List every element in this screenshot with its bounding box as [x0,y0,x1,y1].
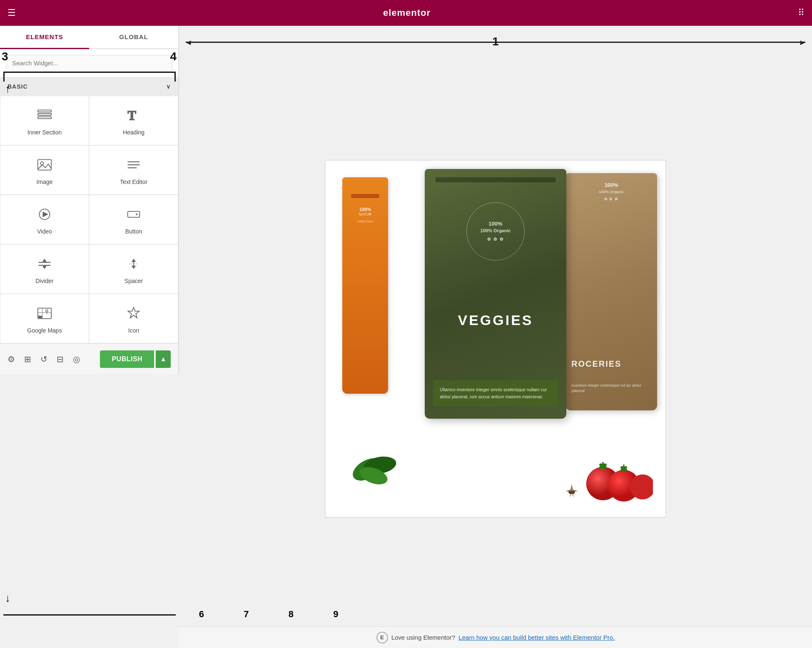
widget-google-maps[interactable]: 8 ⊕ Google Maps [0,294,89,343]
sidebar-wrapper: ELEMENTS GLOBAL BASIC ∨ [0,26,179,648]
widget-spacer[interactable]: Spacer [89,244,178,294]
spacer-icon [126,256,141,273]
svg-point-24 [46,310,48,312]
svg-marker-19 [132,266,135,268]
widget-inner-section[interactable]: Inner Section [0,96,89,145]
right-badge-organic: 100% Organic [571,189,651,194]
widget-heading-label: Heading [123,129,144,136]
tabs: ELEMENTS GLOBAL [0,26,178,49]
svg-rect-1 [38,114,51,116]
google-maps-icon: 8 ⊕ [37,306,52,323]
eye-icon[interactable]: ◎ [73,354,80,364]
search-area [0,49,178,77]
svg-rect-0 [38,110,51,112]
notification-text: Love using Elementor? [391,634,455,641]
widget-icon[interactable]: Icon [89,294,178,343]
svg-marker-28 [128,308,139,318]
publish-area: PUBLISH ▲ [100,350,171,368]
main-area: ELEMENTS GLOBAL BASIC ∨ [0,26,812,648]
widget-inner-section-label: Inner Section [27,129,62,136]
publish-button[interactable]: PUBLISH [100,350,154,368]
svg-marker-10 [43,212,47,217]
bracket-bottom [3,614,176,616]
widget-heading[interactable]: T Heading [89,96,178,145]
widget-button[interactable]: Button [89,195,178,244]
widget-icon-label: Icon [128,327,139,334]
bottom-toolbar: ⚙ ⊞ ↺ ⊟ ◎ PUBLISH ▲ [0,343,178,374]
badge-organic: 100% Organic [481,228,511,233]
svg-marker-16 [43,266,46,268]
product-scene: 100% NATUR orang Juuco 100% [325,160,666,518]
widget-spacer-label: Spacer [125,278,143,284]
canvas-content: 100% NATUR orang Juuco 100% [179,26,812,626]
widget-text-editor[interactable]: Text Editor [89,145,178,195]
app-title: elementor [383,7,431,18]
product-description: Ullamco inventore integer omnis sceleris… [433,380,558,406]
widget-image-label: Image [37,179,53,185]
settings-icon[interactable]: ⚙ [7,354,15,364]
svg-point-5 [40,162,43,165]
widget-image[interactable]: Image [0,145,89,195]
widgets-grid: Inner Section T Heading [0,96,178,343]
bag-right: 100% 100% Organic ✿ ✿ ✿ ROCERIES invento… [565,173,657,410]
right-bag-description: inventore integer scelerisque nul lac ab… [571,383,651,393]
section-label: BASIC [7,83,28,90]
right-badge-percent: 100% [571,181,651,189]
text-editor-icon [126,157,141,174]
svg-text:T: T [128,109,136,123]
annotation-arrow-down: ↓ [5,592,10,605]
top-bar: ☰ elementor ⠿ [0,0,812,26]
section-header[interactable]: BASIC ∨ [0,77,178,96]
preview-wrapper: ◄ ► 1 100% NATUR orang Juuco [179,26,812,648]
image-icon [37,157,52,174]
svg-marker-18 [132,259,135,261]
leaves-decoration [351,444,405,496]
svg-marker-15 [43,259,46,261]
svg-marker-44 [565,484,578,498]
sidebar: ELEMENTS GLOBAL BASIC ∨ [0,26,179,374]
right-bag-title: ROCERIES [571,359,651,369]
tab-elements[interactable]: ELEMENTS [0,26,89,49]
bottom-icons: ⚙ ⊞ ↺ ⊟ ◎ [7,354,80,364]
widget-text-editor-label: Text Editor [120,179,147,185]
widget-divider-label: Divider [35,278,54,284]
responsive-icon[interactable]: ⊟ [57,354,64,364]
svg-rect-2 [38,117,51,119]
product-main-title: VEGGIES [458,312,533,328]
icon-icon [126,306,141,323]
widget-video-label: Video [37,228,52,235]
widget-divider[interactable]: Divider [0,244,89,294]
layers-icon[interactable]: ⊞ [24,354,31,364]
bag-main: 100% 100% Organic ✿ ✿ ✿ VEGGIES Ullamco … [425,169,566,419]
history-icon[interactable]: ↺ [40,354,47,364]
notification-link[interactable]: Learn how you can build better sites wit… [458,634,615,641]
tomatoes-decoration [578,454,653,504]
hamburger-icon[interactable]: ☰ [7,7,16,18]
button-icon [126,207,141,224]
heading-icon: T [126,108,141,125]
video-icon [37,207,52,224]
widget-google-maps-label: Google Maps [27,327,62,334]
widget-video[interactable]: Video [0,195,89,244]
search-input[interactable] [6,55,172,71]
notification-bar: E Love using Elementor? Learn how you ca… [179,626,812,648]
bag-left: 100% NATUR orang Juuco [342,177,388,394]
inner-section-icon [37,108,52,125]
svg-rect-4 [38,159,51,170]
chevron-down-icon: ∨ [166,83,171,90]
badge-percent: 100% [481,221,511,228]
divider-icon [37,256,52,273]
svg-text:⊕: ⊕ [40,315,42,319]
grid-icon[interactable]: ⠿ [798,7,805,18]
widget-button-label: Button [125,228,142,235]
elementor-logo-icon: E [376,632,388,643]
publish-arrow-button[interactable]: ▲ [156,350,171,368]
tab-global[interactable]: GLOBAL [89,26,178,48]
